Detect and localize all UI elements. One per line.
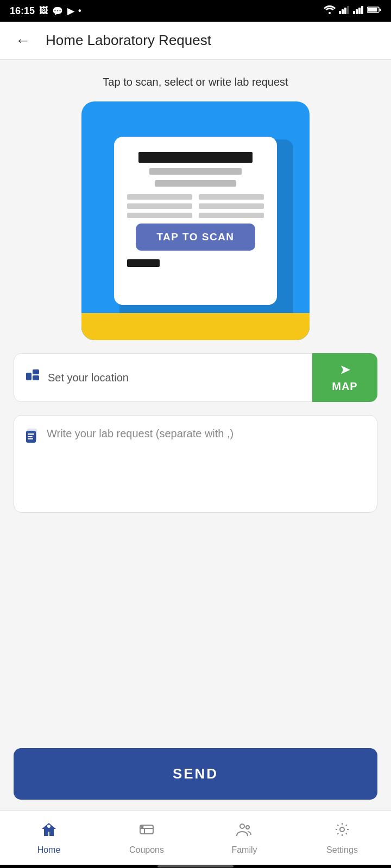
svg-rect-18 [28, 436, 33, 437]
doc-col-line-3 [127, 213, 192, 218]
svg-rect-13 [33, 369, 39, 374]
svg-point-0 [329, 12, 331, 14]
coupons-icon [138, 821, 155, 842]
svg-rect-5 [353, 11, 355, 14]
tap-to-scan-button[interactable]: TAP TO SCAN [136, 224, 255, 251]
status-bar: 16:15 🖼 💬 ▶ • [0, 0, 391, 22]
doc-col-line-1 [127, 194, 192, 200]
doc-col-line-4 [199, 194, 264, 200]
location-input[interactable]: Set your location [14, 353, 312, 402]
svg-point-23 [240, 824, 244, 828]
doc-line-medium-2 [155, 180, 236, 187]
family-icon [236, 821, 253, 842]
wifi-icon [324, 5, 336, 16]
nav-label-settings: Settings [326, 845, 358, 855]
svg-rect-14 [33, 375, 39, 380]
svg-rect-2 [342, 9, 344, 14]
nav-item-settings[interactable]: Settings [293, 811, 391, 865]
doc-col-left [127, 194, 192, 218]
bottom-nav: Home Coupons Family [0, 810, 391, 865]
svg-point-24 [246, 826, 249, 829]
send-button[interactable]: SEND [14, 748, 377, 800]
lab-request-placeholder: Write your lab request (separate with ,) [47, 427, 234, 440]
nav-label-family: Family [231, 845, 257, 855]
scan-card[interactable]: TAP TO SCAN [81, 101, 310, 340]
map-button-label: MAP [332, 380, 357, 393]
home-icon [40, 821, 58, 842]
svg-point-22 [142, 826, 143, 828]
doc-line-short [127, 259, 160, 267]
nav-item-coupons[interactable]: Coupons [98, 811, 195, 865]
location-row: Set your location ➤ MAP [14, 353, 377, 402]
status-left: 16:15 🖼 💬 ▶ • [10, 5, 81, 17]
lab-request-icon [25, 429, 39, 446]
settings-icon [333, 821, 351, 842]
back-button[interactable]: ← [11, 30, 35, 52]
svg-point-20 [47, 825, 51, 828]
location-placeholder-text: Set your location [48, 372, 129, 384]
document-card: TAP TO SCAN [114, 137, 277, 305]
status-message-icon: 💬 [52, 6, 63, 16]
map-arrow-icon: ➤ [340, 363, 350, 377]
subtitle-text: Tap to scan, select or write lab request [103, 76, 288, 88]
doc-line-medium-1 [149, 168, 242, 175]
svg-rect-19 [28, 438, 33, 439]
nav-label-home: Home [37, 845, 61, 855]
svg-rect-17 [28, 433, 34, 435]
signal2-icon [353, 5, 364, 16]
svg-rect-6 [356, 9, 358, 14]
scan-card-bottom-bar [81, 313, 310, 340]
bottom-bar [157, 865, 234, 867]
main-content: Tap to scan, select or write lab request [0, 60, 391, 810]
svg-rect-3 [344, 8, 346, 14]
svg-rect-1 [339, 11, 341, 14]
header: ← Home Laboratory Request [0, 22, 391, 60]
signal-icon [339, 5, 350, 16]
lab-request-box[interactable]: Write your lab request (separate with ,) [14, 415, 377, 513]
svg-rect-4 [347, 6, 349, 14]
status-youtube-icon: ▶ [67, 6, 74, 16]
location-map-icon [25, 368, 40, 387]
nav-label-coupons: Coupons [129, 845, 164, 855]
map-button[interactable]: ➤ MAP [312, 353, 377, 402]
doc-columns [127, 194, 264, 218]
svg-rect-8 [361, 6, 363, 14]
svg-rect-7 [358, 8, 361, 14]
page-title: Home Laboratory Request [46, 32, 211, 49]
doc-col-right [199, 194, 264, 218]
svg-rect-10 [368, 8, 377, 12]
status-right [324, 5, 381, 16]
status-dot-icon: • [78, 6, 81, 16]
status-image-icon: 🖼 [39, 6, 48, 16]
bottom-indicator [0, 865, 391, 868]
svg-rect-12 [26, 373, 31, 380]
doc-col-line-2 [127, 203, 192, 209]
status-time: 16:15 [10, 5, 35, 17]
svg-point-25 [340, 827, 344, 832]
nav-item-family[interactable]: Family [195, 811, 293, 865]
nav-item-home[interactable]: Home [0, 811, 98, 865]
battery-icon [367, 6, 381, 16]
doc-col-line-5 [199, 203, 264, 209]
svg-rect-11 [380, 9, 381, 11]
doc-col-line-6 [199, 213, 264, 218]
doc-line-thick [138, 152, 253, 163]
